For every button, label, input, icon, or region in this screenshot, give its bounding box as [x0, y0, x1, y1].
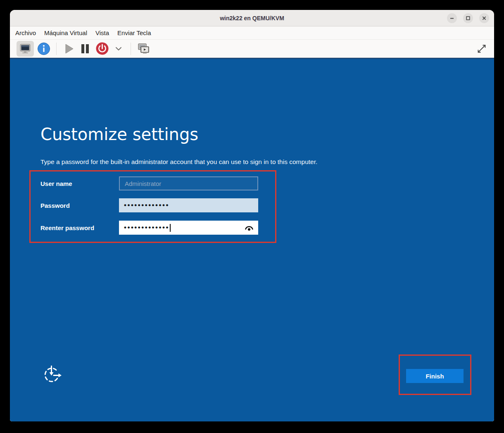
- fullscreen-icon: [476, 43, 487, 55]
- fullscreen-button[interactable]: [476, 41, 487, 57]
- username-placeholder: Administrator: [125, 180, 161, 187]
- minimize-icon: [449, 15, 455, 21]
- vm-info-icon: [37, 42, 50, 55]
- run-icon: [62, 43, 75, 55]
- minimize-button[interactable]: [447, 13, 457, 23]
- window-titlebar: win2k22 en QEMU/KVM: [10, 10, 494, 26]
- pause-icon: [80, 43, 90, 55]
- close-button[interactable]: [479, 13, 489, 23]
- show-console-button[interactable]: [17, 41, 34, 57]
- username-row: User name Administrator: [40, 176, 268, 190]
- finish-button[interactable]: Finish: [406, 369, 464, 383]
- menu-archivo[interactable]: Archivo: [11, 27, 40, 38]
- username-input[interactable]: Administrator: [119, 176, 258, 190]
- maximize-button[interactable]: [463, 13, 473, 23]
- toolbar-separator: [56, 43, 57, 55]
- window-controls: [447, 13, 489, 23]
- password-masked-value: •••••••••••••: [124, 198, 169, 212]
- reenter-password-input[interactable]: •••••••••••••: [119, 221, 258, 235]
- toolbar-separator: [131, 43, 131, 55]
- text-cursor: [170, 224, 171, 232]
- password-row: Password •••••••••••••: [40, 198, 268, 212]
- password-input[interactable]: •••••••••••••: [119, 198, 258, 212]
- menu-maquina-virtual[interactable]: Máquina Virtual: [40, 27, 91, 38]
- reenter-password-label: Reenter password: [40, 224, 119, 231]
- reenter-password-masked-value: •••••••••••••: [124, 221, 169, 235]
- menu-enviar-tecla[interactable]: Enviar Tecla: [113, 27, 155, 38]
- shutdown-icon: [95, 42, 109, 55]
- close-icon: [481, 15, 487, 21]
- reveal-password-icon[interactable]: [245, 224, 254, 231]
- setup-instruction: Type a password for the built-in adminis…: [40, 158, 317, 166]
- window-title: win2k22 en QEMU/KVM: [220, 15, 284, 21]
- reenter-password-row: Reenter password •••••••••••••: [40, 221, 268, 235]
- vm-console-display-icon: [19, 43, 31, 54]
- maximize-icon: [465, 15, 471, 21]
- show-vm-info-button[interactable]: [37, 41, 50, 57]
- run-vm-button[interactable]: [62, 41, 75, 57]
- virtual-displays-button[interactable]: [137, 41, 150, 57]
- toolbar: [10, 40, 494, 58]
- pause-vm-button[interactable]: [80, 41, 90, 57]
- menu-vista[interactable]: Vista: [91, 27, 113, 38]
- vm-guest-screen[interactable]: Customize settings Type a password for t…: [10, 58, 494, 421]
- password-label: Password: [40, 202, 119, 209]
- shutdown-vm-button[interactable]: [95, 41, 109, 57]
- username-label: User name: [40, 180, 119, 187]
- virtual-displays-icon: [137, 43, 150, 55]
- setup-heading: Customize settings: [40, 124, 198, 144]
- virt-manager-window: win2k22 en QEMU/KVM Archivo Máqu: [10, 10, 494, 421]
- menubar: Archivo Máquina Virtual Vista Enviar Tec…: [10, 26, 494, 40]
- ease-of-access-icon[interactable]: [42, 365, 63, 385]
- shutdown-menu-button[interactable]: [114, 41, 123, 57]
- shutdown-menu-chevron-icon: [114, 46, 123, 52]
